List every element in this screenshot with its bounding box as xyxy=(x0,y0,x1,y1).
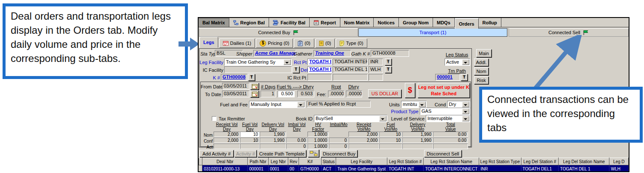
shipper-field[interactable]: Acme Gas Management xyxy=(253,50,296,57)
leg-facility-combo[interactable]: Train One Gathering Sy xyxy=(224,59,292,66)
ic-rct-pt-field[interactable] xyxy=(307,74,332,81)
rct-pt-lookup-button[interactable]: Ŧ xyxy=(385,59,392,65)
cell-k[interactable]: GTH0000 xyxy=(299,165,322,172)
col-header[interactable]: Path Nbr xyxy=(248,158,269,165)
product-type-combo[interactable]: GAS xyxy=(420,108,470,115)
vol-cell[interactable]: 2,000 xyxy=(214,132,240,137)
rct-pt-type-field[interactable]: INR xyxy=(369,59,383,65)
vol-cell[interactable] xyxy=(240,144,260,149)
book-id-combo[interactable]: Buy/Sell xyxy=(314,115,387,122)
subtab-dailies[interactable]: Dailies (1) xyxy=(219,38,255,48)
disconnect-sell-button[interactable]: Disconnect Sell xyxy=(424,150,462,157)
vol-cell[interactable]: 2,000 xyxy=(348,132,379,137)
vol-cell[interactable]: 0.00 xyxy=(286,138,307,143)
subtab-attachments[interactable]: (0) xyxy=(294,38,314,48)
vol-cell[interactable]: 10 xyxy=(240,132,260,137)
vol-cell[interactable]: 2,000 xyxy=(214,138,240,143)
tab-notices[interactable]: Notices xyxy=(374,18,399,27)
vol-cell[interactable]: 0.00 xyxy=(433,132,468,137)
deal-table-row-selected[interactable]: 03102011-0000-13 000001 0001 00 GTH0000 … xyxy=(199,165,629,172)
chevron-down-icon[interactable] xyxy=(297,102,304,107)
col-header[interactable]: Leg Rct Station Type xyxy=(479,158,521,165)
cell-del-station-type[interactable]: WLH xyxy=(609,165,629,172)
col-header[interactable]: Leg Rct Station Name xyxy=(424,158,479,165)
tab-region-bal[interactable]: Region Bal xyxy=(229,18,269,27)
rct-pt-link[interactable]: TOGATH INT xyxy=(309,59,332,64)
fee-dlvry-field[interactable]: .00000 xyxy=(346,91,362,97)
cell-status[interactable]: ACT xyxy=(322,165,336,172)
gatherer-field[interactable]: Training One xyxy=(313,50,351,57)
vol-cell[interactable] xyxy=(402,144,433,149)
del-pt-type-field[interactable]: WLH xyxy=(369,66,383,73)
days-field[interactable]: 1 xyxy=(261,91,276,97)
dollar-button[interactable]: $ xyxy=(405,83,415,98)
cell-leg-facility[interactable]: Train One Gathering Syst xyxy=(336,165,387,172)
cell-leg-nbr[interactable]: 0001 xyxy=(268,165,288,172)
tab-mdqs[interactable]: MDQs xyxy=(433,18,455,27)
units-combo[interactable]: mmbtu xyxy=(401,101,427,108)
vol-cell[interactable]: 0 xyxy=(329,138,348,143)
vol-cell[interactable]: 1,990 xyxy=(260,138,286,143)
fuel-fee-combo[interactable]: Manually Input xyxy=(249,101,305,108)
tab-group-nom[interactable]: Group Nom xyxy=(399,18,433,27)
vol-cell[interactable]: 1,990 xyxy=(260,132,286,137)
currency-button[interactable]: US DOLLAR xyxy=(368,89,401,98)
gatherer-link[interactable]: Training One xyxy=(315,50,344,56)
rct-pt-field[interactable]: TOGATH INT xyxy=(307,59,332,65)
col-header[interactable]: Leg D xyxy=(609,158,629,165)
vol-cell[interactable]: 0 xyxy=(329,144,348,149)
vol-cell[interactable]: 1.0000 xyxy=(307,132,329,137)
col-header[interactable]: K# xyxy=(299,158,322,165)
cell-rct-station[interactable]: TOGATH INT xyxy=(387,165,424,172)
subtab-type[interactable]: Type (0) xyxy=(336,38,367,48)
tab-bal-matrix[interactable]: Bal Matrix xyxy=(199,18,229,27)
vol-cell[interactable] xyxy=(379,144,402,149)
chevron-down-icon[interactable] xyxy=(462,59,469,65)
vol-cell[interactable]: 1,990 xyxy=(402,138,433,143)
shipper-link[interactable]: Acme Gas Management xyxy=(255,50,296,56)
vol-cell[interactable]: 10 xyxy=(379,138,402,143)
col-header[interactable]: Leg Rct Station # xyxy=(387,158,424,165)
del-pt-lookup-button[interactable]: Ŧ xyxy=(385,66,392,73)
tab-nom-matrix[interactable]: Nom Matrix xyxy=(340,18,374,27)
side-tab-main[interactable]: Main xyxy=(476,49,492,57)
k-number-link[interactable]: GTH00008 xyxy=(222,74,246,79)
vol-cell[interactable]: 2,000 xyxy=(348,138,379,143)
connected-buy-bar[interactable]: Connected Buy xyxy=(199,28,358,37)
k-number-field[interactable]: GTH00008 xyxy=(221,74,247,81)
cell-rct-station-name[interactable]: TOGATH INTERCONNECT xyxy=(424,165,479,172)
del-pt-link[interactable]: TOGATH DEL1 xyxy=(309,67,332,72)
ic-facility-lookup-button[interactable]: Ŧ xyxy=(293,66,299,73)
vol-cell[interactable] xyxy=(214,144,240,149)
col-header[interactable]: Deal Nbr xyxy=(202,158,248,165)
trn-path-field[interactable]: 000001 xyxy=(435,74,460,81)
from-date-field[interactable]: 03/05/2011 xyxy=(222,83,249,90)
cell-path-nbr[interactable]: 000001 xyxy=(248,165,269,172)
cell-deal-nbr[interactable]: 03102011-0000-13 xyxy=(202,165,248,172)
cell-rct-station-type[interactable]: INR xyxy=(479,165,521,172)
chevron-down-icon[interactable] xyxy=(419,102,426,107)
cell-del-station-name[interactable]: TOGATH DEL 1 xyxy=(559,165,609,172)
tab-report[interactable]: Report xyxy=(310,18,340,27)
chevron-down-icon[interactable] xyxy=(379,116,386,121)
trn-path-lookup-button[interactable]: Ŧ xyxy=(461,74,468,81)
subtab-ledger[interactable]: (0) xyxy=(315,38,335,48)
tab-rollup[interactable]: Rollup xyxy=(479,18,501,27)
col-header[interactable]: Status xyxy=(322,158,336,165)
chevron-down-icon[interactable] xyxy=(462,116,469,121)
vol-cell[interactable]: 10 xyxy=(240,138,260,143)
to-date-field[interactable]: 03/05/2011 xyxy=(222,91,249,97)
chevron-down-icon[interactable] xyxy=(284,59,291,65)
col-header[interactable]: Leg Del Station # xyxy=(521,158,559,165)
cell-rev[interactable]: 00 xyxy=(288,165,299,172)
from-date-picker-button[interactable] xyxy=(250,83,259,90)
ic-rct-pt-name-field[interactable] xyxy=(333,74,368,81)
leg-status-combo[interactable]: Active xyxy=(445,59,470,66)
create-path-template-button[interactable]: Create Path Template xyxy=(258,150,306,157)
fee-rcpt-field[interactable]: .00000 xyxy=(328,91,344,97)
fuel-rcpt-field[interactable]: 0.500 xyxy=(278,91,295,97)
cell-del-station[interactable]: TOGATH DEL1 xyxy=(521,165,559,172)
vol-cell[interactable]: 1.0000 xyxy=(307,144,329,149)
subtab-legs[interactable]: Legs xyxy=(199,37,218,48)
vol-cell[interactable]: 10 xyxy=(379,132,402,137)
